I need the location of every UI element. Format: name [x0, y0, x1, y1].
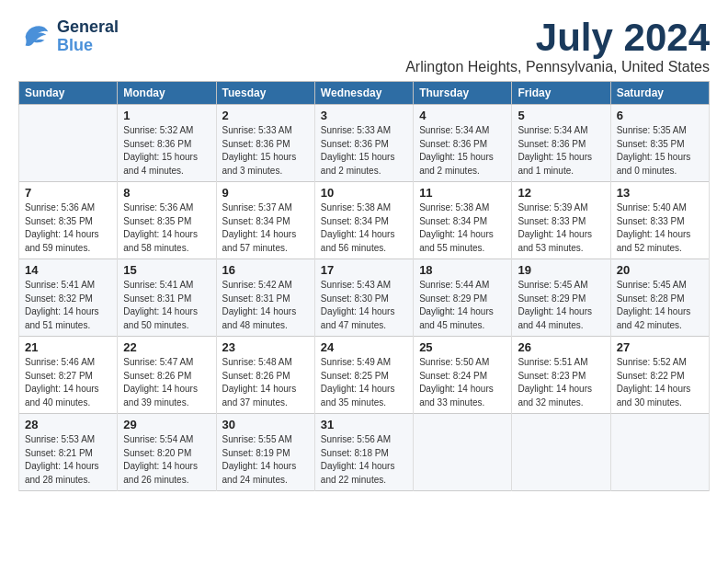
calendar-cell	[610, 414, 709, 491]
day-info: Sunrise: 5:40 AM Sunset: 8:33 PM Dayligh…	[617, 201, 703, 255]
col-monday: Monday	[118, 82, 216, 105]
day-info: Sunrise: 5:36 AM Sunset: 8:35 PM Dayligh…	[25, 201, 111, 255]
day-number: 3	[321, 109, 407, 122]
day-number: 11	[419, 186, 506, 200]
day-number: 23	[222, 340, 309, 354]
col-sunday: Sunday	[19, 82, 118, 105]
title-block: July 2024 Arlington Heights, Pennsylvani…	[405, 18, 710, 75]
day-number: 6	[617, 109, 703, 122]
day-info: Sunrise: 5:53 AM Sunset: 8:21 PM Dayligh…	[25, 433, 111, 487]
day-info: Sunrise: 5:56 AM Sunset: 8:18 PM Dayligh…	[321, 433, 407, 487]
day-number: 5	[518, 109, 604, 122]
calendar-cell: 31Sunrise: 5:56 AM Sunset: 8:18 PM Dayli…	[314, 414, 413, 491]
calendar-cell: 7Sunrise: 5:36 AM Sunset: 8:35 PM Daylig…	[19, 182, 118, 259]
day-info: Sunrise: 5:34 AM Sunset: 8:36 PM Dayligh…	[518, 124, 604, 178]
day-number: 29	[123, 418, 210, 431]
calendar-cell: 21Sunrise: 5:46 AM Sunset: 8:27 PM Dayli…	[19, 337, 118, 414]
calendar-cell: 25Sunrise: 5:50 AM Sunset: 8:24 PM Dayli…	[414, 337, 512, 414]
day-info: Sunrise: 5:48 AM Sunset: 8:26 PM Dayligh…	[222, 356, 309, 409]
day-info: Sunrise: 5:45 AM Sunset: 8:28 PM Dayligh…	[617, 279, 703, 332]
day-info: Sunrise: 5:51 AM Sunset: 8:23 PM Dayligh…	[518, 356, 604, 409]
day-info: Sunrise: 5:36 AM Sunset: 8:35 PM Dayligh…	[123, 201, 210, 255]
col-thursday: Thursday	[414, 82, 512, 105]
day-info: Sunrise: 5:41 AM Sunset: 8:32 PM Dayligh…	[25, 279, 111, 332]
day-number: 15	[123, 263, 210, 277]
calendar-cell: 20Sunrise: 5:45 AM Sunset: 8:28 PM Dayli…	[610, 259, 709, 337]
logo: General Blue	[18, 18, 119, 55]
day-info: Sunrise: 5:49 AM Sunset: 8:25 PM Dayligh…	[321, 356, 407, 409]
calendar-header-row: Sunday Monday Tuesday Wednesday Thursday…	[19, 82, 710, 105]
day-info: Sunrise: 5:37 AM Sunset: 8:34 PM Dayligh…	[222, 201, 309, 255]
calendar-table: Sunday Monday Tuesday Wednesday Thursday…	[18, 81, 710, 491]
calendar-cell: 27Sunrise: 5:52 AM Sunset: 8:22 PM Dayli…	[610, 337, 709, 414]
day-number: 10	[321, 186, 407, 200]
day-number: 25	[419, 340, 506, 354]
day-number: 13	[617, 186, 703, 200]
day-number: 19	[518, 263, 604, 277]
day-info: Sunrise: 5:33 AM Sunset: 8:36 PM Dayligh…	[321, 124, 407, 178]
calendar-cell: 29Sunrise: 5:54 AM Sunset: 8:20 PM Dayli…	[118, 414, 216, 491]
calendar-row-4: 21Sunrise: 5:46 AM Sunset: 8:27 PM Dayli…	[19, 337, 710, 414]
col-saturday: Saturday	[610, 82, 709, 105]
day-number: 18	[419, 263, 506, 277]
calendar-row-1: 1Sunrise: 5:32 AM Sunset: 8:36 PM Daylig…	[19, 105, 710, 182]
day-info: Sunrise: 5:43 AM Sunset: 8:30 PM Dayligh…	[321, 279, 407, 332]
day-info: Sunrise: 5:34 AM Sunset: 8:36 PM Dayligh…	[419, 124, 506, 178]
calendar-cell: 2Sunrise: 5:33 AM Sunset: 8:36 PM Daylig…	[216, 105, 314, 182]
day-number: 8	[123, 186, 210, 200]
day-number: 24	[321, 340, 407, 354]
day-info: Sunrise: 5:41 AM Sunset: 8:31 PM Dayligh…	[123, 279, 210, 332]
day-number: 17	[321, 263, 407, 277]
calendar-cell: 13Sunrise: 5:40 AM Sunset: 8:33 PM Dayli…	[610, 182, 709, 259]
day-info: Sunrise: 5:42 AM Sunset: 8:31 PM Dayligh…	[222, 279, 309, 332]
calendar-cell	[19, 105, 118, 182]
col-wednesday: Wednesday	[314, 82, 413, 105]
day-info: Sunrise: 5:45 AM Sunset: 8:29 PM Dayligh…	[518, 279, 604, 332]
day-info: Sunrise: 5:32 AM Sunset: 8:36 PM Dayligh…	[123, 124, 210, 178]
day-info: Sunrise: 5:46 AM Sunset: 8:27 PM Dayligh…	[25, 356, 111, 409]
calendar-cell: 3Sunrise: 5:33 AM Sunset: 8:36 PM Daylig…	[314, 105, 413, 182]
calendar-cell: 15Sunrise: 5:41 AM Sunset: 8:31 PM Dayli…	[118, 259, 216, 337]
day-number: 14	[25, 263, 111, 277]
calendar-cell: 26Sunrise: 5:51 AM Sunset: 8:23 PM Dayli…	[512, 337, 610, 414]
calendar-cell: 6Sunrise: 5:35 AM Sunset: 8:35 PM Daylig…	[610, 105, 709, 182]
day-info: Sunrise: 5:54 AM Sunset: 8:20 PM Dayligh…	[123, 433, 210, 487]
calendar-cell: 1Sunrise: 5:32 AM Sunset: 8:36 PM Daylig…	[118, 105, 216, 182]
day-info: Sunrise: 5:52 AM Sunset: 8:22 PM Dayligh…	[617, 356, 703, 409]
day-info: Sunrise: 5:35 AM Sunset: 8:35 PM Dayligh…	[617, 124, 703, 178]
day-number: 4	[419, 109, 506, 122]
day-number: 16	[222, 263, 309, 277]
calendar-cell: 10Sunrise: 5:38 AM Sunset: 8:34 PM Dayli…	[314, 182, 413, 259]
day-number: 2	[222, 109, 309, 122]
day-info: Sunrise: 5:44 AM Sunset: 8:29 PM Dayligh…	[419, 279, 506, 332]
calendar-cell: 17Sunrise: 5:43 AM Sunset: 8:30 PM Dayli…	[314, 259, 413, 337]
calendar-cell: 14Sunrise: 5:41 AM Sunset: 8:32 PM Dayli…	[19, 259, 118, 337]
calendar-cell: 30Sunrise: 5:55 AM Sunset: 8:19 PM Dayli…	[216, 414, 314, 491]
location: Arlington Heights, Pennsylvania, United …	[405, 59, 710, 75]
calendar-cell: 8Sunrise: 5:36 AM Sunset: 8:35 PM Daylig…	[118, 182, 216, 259]
calendar-cell: 16Sunrise: 5:42 AM Sunset: 8:31 PM Dayli…	[216, 259, 314, 337]
calendar-row-5: 28Sunrise: 5:53 AM Sunset: 8:21 PM Dayli…	[19, 414, 710, 491]
logo-blue-text: Blue	[57, 37, 119, 55]
calendar-cell	[414, 414, 512, 491]
day-number: 27	[617, 340, 703, 354]
month-title: July 2024	[405, 18, 710, 57]
calendar-row-2: 7Sunrise: 5:36 AM Sunset: 8:35 PM Daylig…	[19, 182, 710, 259]
calendar-cell: 23Sunrise: 5:48 AM Sunset: 8:26 PM Dayli…	[216, 337, 314, 414]
day-number: 9	[222, 186, 309, 200]
logo-general-text: General	[57, 18, 119, 37]
day-number: 22	[123, 340, 210, 354]
day-number: 28	[25, 418, 111, 431]
calendar-cell: 4Sunrise: 5:34 AM Sunset: 8:36 PM Daylig…	[414, 105, 512, 182]
calendar-row-3: 14Sunrise: 5:41 AM Sunset: 8:32 PM Dayli…	[19, 259, 710, 337]
calendar-cell: 9Sunrise: 5:37 AM Sunset: 8:34 PM Daylig…	[216, 182, 314, 259]
calendar-cell: 28Sunrise: 5:53 AM Sunset: 8:21 PM Dayli…	[19, 414, 118, 491]
logo-name: General Blue	[57, 18, 119, 55]
day-number: 7	[25, 186, 111, 200]
calendar-cell: 11Sunrise: 5:38 AM Sunset: 8:34 PM Dayli…	[414, 182, 512, 259]
day-info: Sunrise: 5:38 AM Sunset: 8:34 PM Dayligh…	[321, 201, 407, 255]
day-number: 26	[518, 340, 604, 354]
day-number: 20	[617, 263, 703, 277]
day-number: 31	[321, 418, 407, 431]
calendar-cell: 19Sunrise: 5:45 AM Sunset: 8:29 PM Dayli…	[512, 259, 610, 337]
